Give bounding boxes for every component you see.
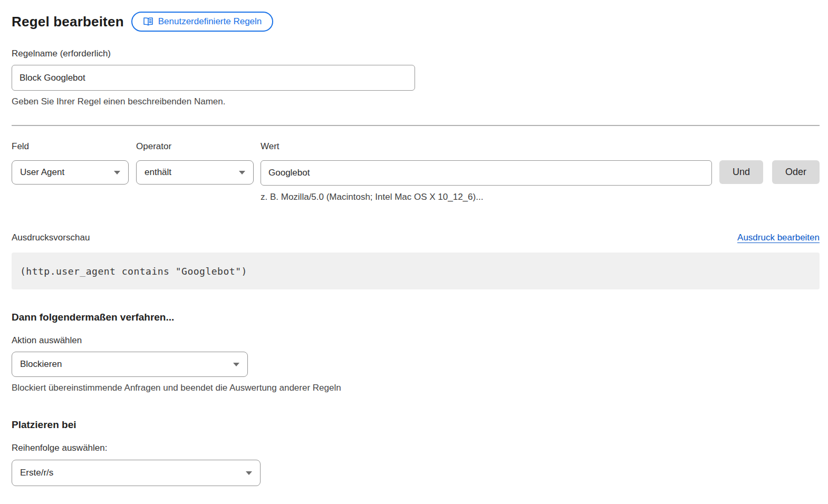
logic-buttons: Und Oder: [719, 160, 820, 184]
action-label: Aktion auswählen: [12, 335, 820, 346]
value-label: Wert: [261, 141, 712, 152]
action-heading: Dann folgendermaßen verfahren...: [12, 311, 820, 323]
open-book-icon: [143, 17, 153, 26]
value-input[interactable]: [261, 160, 712, 186]
or-button[interactable]: Oder: [772, 160, 820, 184]
value-column: Wert z. B. Mozilla/5.0 (Macintosh; Intel…: [261, 141, 712, 202]
action-help: Blockiert übereinstimmende Anfragen und …: [12, 382, 820, 393]
action-section: Dann folgendermaßen verfahren... Aktion …: [12, 311, 820, 393]
action-select-value: Blockieren: [20, 359, 62, 370]
expression-preview-label: Ausdrucksvorschau: [12, 232, 90, 243]
placement-section: Platzieren bei Reihenfolge auswählen: Er…: [12, 419, 820, 486]
value-hint: z. B. Mozilla/5.0 (Macintosh; Intel Mac …: [261, 191, 712, 202]
operator-column: Operator enthält: [136, 141, 254, 185]
custom-rules-docs-label: Benutzerdefinierte Regeln: [158, 16, 262, 27]
chevron-down-icon: [239, 171, 245, 175]
edit-rule-page: Regel bearbeiten Benutzerdefinierte Rege…: [0, 0, 828, 486]
chevron-down-icon: [246, 471, 252, 475]
expression-code: (http.user_agent contains "Googlebot"): [20, 266, 247, 277]
and-button[interactable]: Und: [719, 160, 763, 184]
placement-select-value: Erste/r/s: [20, 468, 53, 478]
placement-heading: Platzieren bei: [12, 419, 820, 431]
action-select[interactable]: Blockieren: [12, 352, 248, 377]
rule-name-input[interactable]: [12, 65, 415, 91]
condition-row: Feld User Agent Operator enthält Wert z.…: [12, 141, 820, 202]
rule-name-help: Geben Sie Ihrer Regel einen beschreibend…: [12, 96, 820, 107]
expression-preview-box: (http.user_agent contains "Googlebot"): [12, 253, 820, 289]
operator-label: Operator: [136, 141, 254, 152]
page-title: Regel bearbeiten: [12, 14, 124, 30]
field-label: Feld: [12, 141, 129, 152]
page-header: Regel bearbeiten Benutzerdefinierte Rege…: [12, 12, 820, 32]
placement-label: Reihenfolge auswählen:: [12, 442, 820, 453]
chevron-down-icon: [114, 171, 120, 175]
operator-select[interactable]: enthält: [136, 160, 254, 185]
field-select-value: User Agent: [20, 167, 64, 178]
expression-header: Ausdrucksvorschau Ausdruck bearbeiten: [12, 232, 820, 243]
custom-rules-docs-button[interactable]: Benutzerdefinierte Regeln: [131, 12, 274, 32]
rule-name-group: Regelname (erforderlich) Geben Sie Ihrer…: [12, 48, 820, 107]
placement-order-select[interactable]: Erste/r/s: [12, 460, 261, 486]
field-select[interactable]: User Agent: [12, 160, 129, 185]
field-column: Feld User Agent: [12, 141, 129, 185]
edit-expression-link[interactable]: Ausdruck bearbeiten: [737, 232, 820, 243]
operator-select-value: enthält: [145, 167, 171, 178]
chevron-down-icon: [233, 363, 239, 366]
section-divider: [12, 125, 820, 126]
rule-name-label: Regelname (erforderlich): [12, 49, 111, 59]
